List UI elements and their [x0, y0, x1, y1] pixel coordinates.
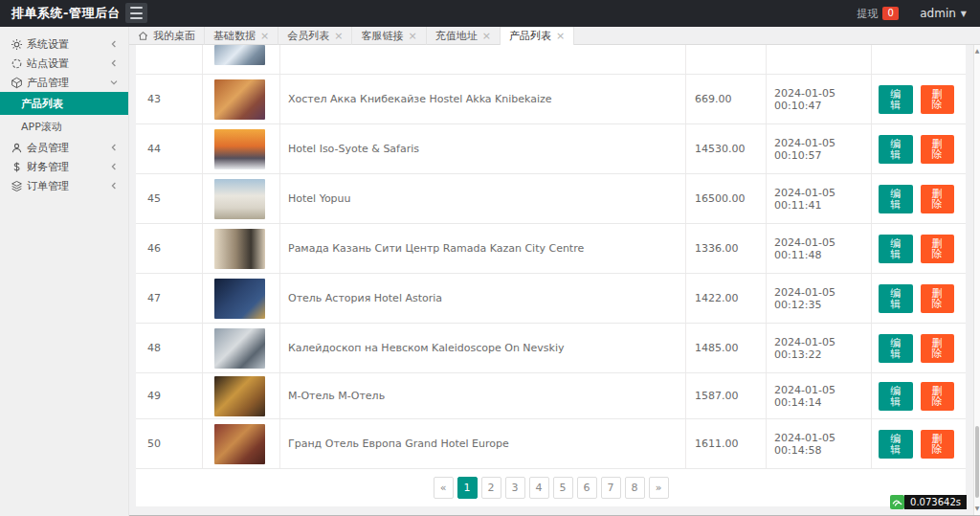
cell-name	[280, 45, 686, 74]
close-icon[interactable]: ×	[408, 31, 416, 41]
scroll-down-arrow-icon[interactable]: ▼	[974, 505, 980, 511]
edit-button[interactable]: 编辑	[879, 334, 913, 363]
edit-button[interactable]: 编辑	[879, 85, 913, 114]
content-area: 43Хостел Акка Книбекайзе Hostel Akka Kni…	[129, 45, 973, 516]
chevron-left-icon	[109, 40, 118, 48]
cell-image	[203, 373, 280, 418]
product-table-card: 43Хостел Акка Книбекайзе Hostel Akka Kni…	[136, 45, 966, 506]
close-icon[interactable]: ×	[556, 31, 565, 41]
withdraw-link[interactable]: 提现 0	[857, 7, 899, 21]
sidebar-item-label: 财务管理	[27, 160, 109, 174]
scrollbar-thumb[interactable]	[975, 426, 979, 498]
cell-image	[203, 75, 280, 123]
close-icon[interactable]: ×	[334, 31, 343, 41]
cell-price: 1336.00	[686, 224, 767, 273]
scroll-up-arrow-icon[interactable]: ▲	[974, 48, 980, 54]
cell-image	[203, 274, 280, 323]
page-button[interactable]: 2	[481, 477, 501, 499]
cell-price: 14530.00	[686, 124, 767, 173]
edit-button[interactable]: 编辑	[879, 185, 913, 213]
menu-toggle-button[interactable]	[125, 3, 147, 23]
sidebar-subitem[interactable]: 产品列表	[0, 92, 128, 115]
globe-icon	[11, 57, 23, 70]
page-button[interactable]: 7	[601, 477, 621, 499]
delete-button[interactable]: 删除	[921, 382, 955, 411]
page-button[interactable]: 3	[505, 477, 525, 499]
sidebar-item[interactable]: 会员管理	[0, 138, 128, 157]
next-page-button[interactable]: »	[649, 477, 669, 499]
tab[interactable]: 客服链接×	[352, 27, 426, 45]
close-icon[interactable]: ×	[482, 31, 491, 41]
cell-price	[686, 45, 767, 74]
cell-price: 1611.00	[686, 419, 767, 468]
product-table: 43Хостел Акка Книбекайзе Hostel Akka Kni…	[136, 45, 966, 469]
sidebar-item[interactable]: 财务管理	[0, 157, 128, 176]
product-thumbnail	[214, 179, 265, 219]
delete-button[interactable]: 删除	[921, 334, 955, 363]
tab-label: 产品列表	[509, 29, 551, 43]
prev-page-button[interactable]: «	[434, 477, 454, 499]
tab[interactable]: 我的桌面	[129, 27, 205, 45]
page-button[interactable]: 1	[457, 477, 478, 499]
delete-button[interactable]: 删除	[921, 430, 955, 459]
sidebar-item[interactable]: 系统设置	[0, 34, 128, 54]
cell-image	[203, 45, 280, 74]
cell-image	[203, 419, 280, 468]
pagination: «12345678»	[136, 469, 966, 506]
edit-button[interactable]: 编辑	[879, 135, 913, 164]
close-icon[interactable]: ×	[260, 31, 269, 41]
cube-icon	[11, 77, 23, 89]
cell-name: Отель Астория Hotel Astoria	[280, 274, 686, 323]
tab-label: 基础数据	[213, 29, 256, 43]
chevron-left-icon	[109, 163, 118, 170]
product-thumbnail	[214, 129, 265, 169]
cell-date: 2024-01-05 00:12:35	[767, 274, 872, 323]
cell-price: 1485.00	[686, 324, 767, 372]
tab[interactable]: 基础数据×	[205, 27, 278, 45]
cell-date: 2024-01-05 00:13:22	[767, 324, 872, 372]
edit-button[interactable]: 编辑	[879, 382, 913, 411]
user-menu[interactable]: admin ▼	[920, 7, 967, 20]
layers-icon	[11, 180, 23, 192]
delete-button[interactable]: 删除	[921, 235, 955, 263]
page-button[interactable]: 8	[625, 477, 645, 499]
cell-name: М-Отель M-Отель	[280, 373, 686, 418]
page-button[interactable]: 5	[553, 477, 573, 499]
tab[interactable]: 充值地址×	[427, 27, 501, 45]
cell-actions: 编辑删除	[872, 274, 954, 323]
hamburger-icon	[130, 7, 143, 9]
edit-button[interactable]: 编辑	[879, 235, 913, 263]
cell-actions: 编辑删除	[872, 124, 954, 173]
cell-name: Hotel Iso-Syote & Safaris	[280, 124, 686, 173]
page-button[interactable]: 6	[577, 477, 597, 499]
product-thumbnail	[214, 45, 265, 65]
cell-id: 50	[136, 419, 203, 468]
edit-button[interactable]: 编辑	[879, 430, 913, 459]
sidebar: 系统设置站点设置产品管理产品列表APP滚动会员管理财务管理订单管理	[0, 27, 129, 516]
sidebar-item-label: 产品管理	[27, 76, 109, 90]
cell-name: Калейдоскоп на Невском Kaleidoscope On N…	[280, 324, 686, 372]
delete-button[interactable]: 删除	[921, 85, 955, 114]
exec-time-badge[interactable]: 0.073642s	[890, 495, 967, 509]
sidebar-item[interactable]: 站点设置	[0, 54, 128, 73]
cell-date: 2024-01-05 00:11:41	[767, 174, 872, 223]
cell-id: 45	[136, 174, 203, 223]
chevron-left-icon	[109, 144, 118, 151]
table-row: 45Hotel Yopuu16500.002024-01-05 00:11:41…	[136, 174, 966, 224]
delete-button[interactable]: 删除	[921, 185, 955, 213]
sidebar-item[interactable]: 订单管理	[0, 176, 128, 195]
edit-button[interactable]: 编辑	[879, 284, 913, 313]
cell-id: 47	[136, 274, 203, 323]
thinkphp-logo-icon	[890, 495, 904, 509]
delete-button[interactable]: 删除	[921, 284, 955, 313]
product-thumbnail	[214, 376, 265, 416]
tab[interactable]: 会员列表×	[278, 27, 352, 45]
page-button[interactable]: 4	[529, 477, 549, 499]
sidebar-item[interactable]: 产品管理	[0, 73, 128, 92]
tab-label: 客服链接	[361, 29, 403, 43]
tab[interactable]: 产品列表×	[501, 27, 574, 45]
delete-button[interactable]: 删除	[921, 135, 955, 164]
scrollbar[interactable]: ▲ ▼	[973, 45, 980, 516]
cell-id: 44	[136, 124, 203, 173]
sidebar-subitem[interactable]: APP滚动	[0, 115, 128, 138]
